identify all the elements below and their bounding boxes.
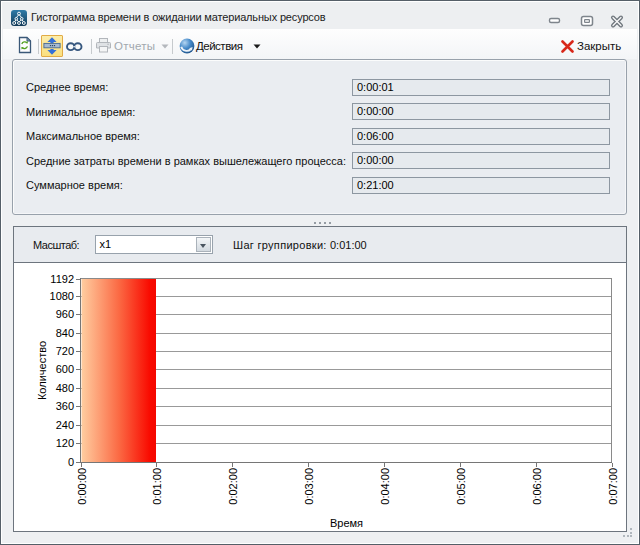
svg-text:1080: 1080	[50, 290, 74, 302]
svg-text:360: 360	[56, 400, 74, 412]
svg-text:Время: Время	[330, 517, 363, 529]
svg-text:Количество: Количество	[36, 341, 48, 400]
svg-text:0:06:00: 0:06:00	[531, 468, 543, 505]
svg-text:0:03:00: 0:03:00	[303, 468, 315, 505]
svg-text:720: 720	[56, 345, 74, 357]
svg-text:840: 840	[56, 327, 74, 339]
svg-text:0:04:00: 0:04:00	[379, 468, 391, 505]
svg-text:480: 480	[56, 382, 74, 394]
svg-text:0:05:00: 0:05:00	[455, 468, 467, 505]
svg-text:240: 240	[56, 419, 74, 431]
svg-text:0:00:00: 0:00:00	[76, 468, 88, 505]
svg-text:1192: 1192	[50, 273, 74, 285]
svg-text:0:02:00: 0:02:00	[227, 468, 239, 505]
svg-text:0:07:00: 0:07:00	[607, 468, 619, 505]
svg-text:960: 960	[56, 308, 74, 320]
svg-text:120: 120	[56, 437, 74, 449]
svg-text:0: 0	[68, 456, 74, 468]
svg-text:600: 600	[56, 363, 74, 375]
svg-text:0:01:00: 0:01:00	[151, 468, 163, 505]
